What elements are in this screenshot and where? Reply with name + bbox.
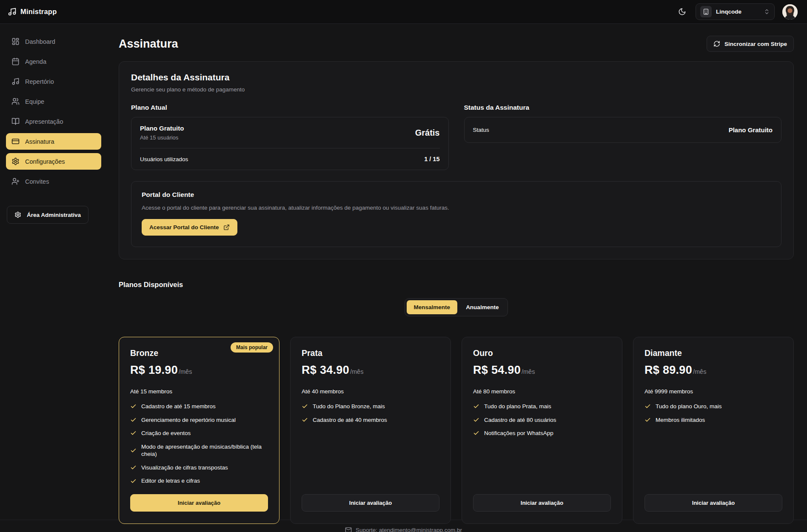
customer-portal-card: Portal do Cliente Acesse o portal do cli… [131, 181, 781, 247]
plan-feature-text: Tudo do plano Prata, mais [484, 403, 551, 410]
gear-icon [14, 211, 21, 218]
app-logo: Ministrapp [8, 7, 57, 16]
chevrons-up-down-icon [764, 9, 770, 15]
plan-feature-text: Tudo do plano Ouro, mais [656, 403, 722, 410]
user-plus-icon [11, 177, 20, 185]
sidebar-item-label: Convites [25, 178, 49, 185]
plan-card-ouro: Ouro R$ 54.90 /mês Até 80 membros Tudo d… [462, 337, 622, 524]
check-icon [473, 430, 479, 436]
plan-card-prata: Prata R$ 34.90 /mês Até 40 membros Tudo … [290, 337, 451, 524]
current-plan-name: Plano Gratuito [140, 125, 184, 132]
portal-description: Acesse o portal do cliente para gerencia… [142, 205, 771, 211]
portal-title: Portal do Cliente [142, 191, 771, 199]
main-content: Assinatura Sincronizar com Stripe Detalh… [106, 24, 807, 509]
plan-feature-text: Gerenciamento de repertório musical [141, 416, 236, 424]
plan-feature-text: Cadastro de até 40 membros [313, 416, 387, 424]
organization-name: Linqcode [716, 9, 759, 15]
sync-stripe-button[interactable]: Sincronizar com Stripe [707, 36, 794, 52]
status-card: Status Plano Gratuito [464, 117, 782, 143]
sidebar-item-equipe[interactable]: Equipe [6, 93, 101, 110]
plan-period: /mês [693, 368, 706, 375]
start-trial-button-bronze[interactable]: Iniciar avaliação [130, 494, 268, 512]
dashboard-icon [11, 37, 20, 46]
access-portal-button[interactable]: Acessar Portal do Cliente [142, 219, 237, 236]
sidebar-item-apresentacao[interactable]: Apresentação [6, 113, 101, 130]
sidebar-item-repertorio[interactable]: Repertório [6, 73, 101, 90]
plan-price: R$ 19.90 [130, 364, 178, 377]
usage-label: Usuários utilizados [140, 156, 188, 162]
billing-toggle: Mensalmente Anualmente [405, 298, 508, 316]
start-trial-button-ouro[interactable]: Iniciar avaliação [473, 494, 611, 512]
sidebar-item-configuracoes[interactable]: Configurações [6, 153, 101, 170]
admin-area-button[interactable]: Área Administrativa [7, 206, 88, 224]
plan-period: /mês [522, 368, 535, 375]
check-icon [130, 403, 137, 410]
plan-feature: Visualização de cifras transpostas [130, 464, 268, 472]
billing-yearly-tab[interactable]: Anualmente [459, 300, 506, 314]
external-link-icon [223, 224, 230, 230]
plan-feature: Tudo do plano Prata, mais [473, 403, 611, 410]
music-note-icon [8, 7, 17, 16]
plan-period: /mês [179, 368, 192, 375]
plan-feature-text: Cadastro de até 80 usuários [484, 416, 556, 424]
plan-member-limit: Até 15 membros [130, 388, 268, 395]
details-subtitle: Gerencie seu plano e método de pagamento [131, 86, 781, 93]
sidebar: Dashboard Agenda Repertório Equipe Apres… [0, 24, 106, 509]
subscription-details-card: Detalhes da Assinatura Gerencie seu plan… [119, 61, 794, 259]
plan-member-limit: Até 80 membros [473, 388, 611, 395]
check-icon [130, 430, 137, 436]
credit-card-icon [11, 137, 20, 145]
user-avatar[interactable] [782, 4, 798, 20]
plan-price: R$ 89.90 [644, 364, 692, 377]
sidebar-item-dashboard[interactable]: Dashboard [6, 33, 101, 50]
sidebar-item-assinatura[interactable]: Assinatura [6, 133, 101, 150]
check-icon [302, 417, 308, 423]
status-section-title: Status da Assinatura [464, 104, 782, 111]
sidebar-item-label: Agenda [25, 58, 46, 65]
plan-feature: Notificações por WhatsApp [473, 430, 611, 437]
sidebar-item-label: Assinatura [25, 138, 54, 145]
access-portal-label: Acessar Portal do Cliente [149, 224, 219, 230]
plan-period: /mês [350, 368, 363, 375]
calendar-icon [11, 57, 20, 65]
support-email-text: Suporte: atendimento@ministrapp.com.br [356, 527, 462, 532]
check-icon [130, 417, 137, 423]
sync-stripe-label: Sincronizar com Stripe [724, 41, 787, 47]
plan-feature: Cadastro de até 15 membros [130, 403, 268, 410]
plan-feature: Tudo do Plano Bronze, mais [302, 403, 439, 410]
plan-feature: Membros ilimitados [644, 416, 782, 424]
sidebar-item-label: Dashboard [25, 38, 55, 45]
plan-feature-text: Modo de apresentação de músicas/bíblica … [141, 443, 268, 458]
plan-feature-text: Visualização de cifras transpostas [141, 464, 228, 472]
details-title: Detalhes da Assinatura [131, 72, 781, 83]
sidebar-item-convites[interactable]: Convites [6, 173, 101, 190]
gear-icon [11, 157, 20, 165]
sidebar-item-agenda[interactable]: Agenda [6, 53, 101, 70]
plan-feature: Cadastro de até 40 membros [302, 416, 439, 424]
check-icon [473, 403, 479, 410]
organization-selector[interactable]: Linqcode [696, 3, 775, 20]
topbar-actions: Linqcode [676, 3, 798, 20]
status-section: Status da Assinatura Status Plano Gratui… [464, 104, 782, 143]
app-name: Ministrapp [20, 8, 57, 16]
current-plan-card: Plano Gratuito Até 15 usuários Grátis Us… [131, 117, 449, 170]
mail-icon [345, 526, 352, 532]
check-icon [302, 403, 308, 410]
page-title: Assinatura [119, 37, 178, 51]
theme-toggle-button[interactable] [676, 6, 688, 17]
billing-monthly-tab[interactable]: Mensalmente [407, 300, 458, 314]
sidebar-item-label: Repertório [25, 78, 54, 85]
check-icon [644, 417, 651, 423]
status-value: Plano Gratuito [729, 126, 773, 134]
start-trial-button-diamante[interactable]: Iniciar avaliação [644, 494, 782, 512]
check-icon [130, 447, 137, 454]
plans-grid: Mais popular Bronze R$ 19.90 /mês Até 15… [119, 337, 794, 524]
users-icon [11, 97, 20, 105]
plan-feature-text: Membros ilimitados [656, 416, 705, 424]
admin-area-label: Área Administrativa [27, 212, 81, 218]
plan-member-limit: Até 40 membros [302, 388, 439, 395]
plan-price: R$ 54.90 [473, 364, 521, 377]
plan-feature: Editor de letras e cifras [130, 477, 268, 485]
start-trial-button-prata[interactable]: Iniciar avaliação [302, 494, 439, 512]
current-plan-price: Grátis [415, 128, 440, 138]
